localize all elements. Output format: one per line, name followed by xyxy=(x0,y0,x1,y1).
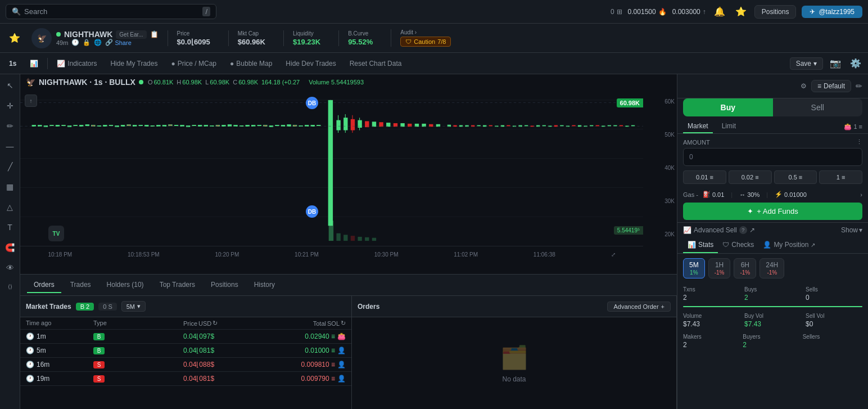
arrow-expand-icon[interactable]: ⟨⟩ xyxy=(6,281,15,292)
sell-tab[interactable]: Sell xyxy=(773,98,863,116)
add-funds-button[interactable]: ✦ + Add Funds xyxy=(683,203,862,220)
adv-sell-info-icon: ↗ xyxy=(749,226,755,234)
info-icon: ? xyxy=(739,226,747,234)
search-box[interactable]: 🔍 Search / xyxy=(6,4,216,19)
market-tab[interactable]: Market xyxy=(683,120,713,133)
show-button[interactable]: Show ▾ xyxy=(841,226,862,234)
share-link[interactable]: 🔗 Share xyxy=(105,39,131,46)
magnet-icon[interactable]: 🧲 xyxy=(3,241,17,254)
y-label-40k: 40K xyxy=(645,165,675,171)
period-1h-button[interactable]: 1H -1% xyxy=(708,258,731,278)
price-mcap-button[interactable]: ● Price / MCap xyxy=(166,58,221,69)
bubble-map-button[interactable]: ● Bubble Map xyxy=(225,58,277,69)
audit-col: Audit › 🛡 Caution 7/8 xyxy=(391,29,460,47)
pencil-icon[interactable]: ✏ xyxy=(4,119,16,133)
reset-chart-button[interactable]: Reset Chart Data xyxy=(345,58,406,69)
svg-rect-95 xyxy=(560,125,563,127)
edit-button[interactable]: ✏ xyxy=(856,82,862,91)
arrow-up-icon: ↑ xyxy=(703,8,706,16)
chart-line-icon: 📈 xyxy=(683,226,691,234)
amount-input[interactable]: 0 xyxy=(683,148,862,166)
period-5m-button[interactable]: 5M 1% xyxy=(683,258,705,278)
cursor-icon[interactable]: ↖ xyxy=(4,79,16,92)
row4-type: S xyxy=(93,375,105,383)
refresh-icon[interactable]: ↻ xyxy=(213,320,218,327)
preset-001[interactable]: 0.01 ≡ xyxy=(683,170,726,184)
chevron-down-icon: ▾ xyxy=(813,60,817,68)
save-label: Save xyxy=(796,60,811,68)
tab-holders[interactable]: Holders (10) xyxy=(100,277,151,293)
limit-tab[interactable]: Limit xyxy=(717,120,740,133)
trend-line-icon[interactable]: ╱ xyxy=(6,160,15,173)
stats-checks-tabs: 📊 Stats 🛡 Checks 👤 My Position ↗ xyxy=(677,237,868,254)
telegram-button[interactable]: ✈ @talzz1995 xyxy=(802,6,862,18)
svg-rect-10 xyxy=(56,125,59,127)
svg-rect-49 xyxy=(287,125,291,127)
settings-button[interactable]: ⚙️ xyxy=(848,56,864,71)
default-button[interactable]: ≡ Default xyxy=(811,80,851,92)
star-button[interactable]: ⭐ xyxy=(733,4,749,19)
text-tool-icon[interactable]: T xyxy=(5,221,15,234)
chart-symbol: 🦅 NIGHTHAWK · 1s · BULLX xyxy=(26,78,143,87)
ohlc-values: O60.81K H60.98K L60.98K C60.98K 164.18 (… xyxy=(148,79,300,86)
buyers-label: Buyers xyxy=(743,334,802,340)
camera-button[interactable]: 📷 xyxy=(828,56,843,71)
candle-type-button[interactable]: 📊 xyxy=(25,58,43,69)
gas-expand-icon[interactable]: › xyxy=(860,191,862,198)
tab-positions[interactable]: Positions xyxy=(204,277,245,293)
advanced-order-button[interactable]: Advanced Order + xyxy=(607,302,671,312)
buyers-stat: Buyers 2 xyxy=(743,334,802,349)
period-selector[interactable]: 5M ▾ xyxy=(121,301,146,312)
tab-top-traders[interactable]: Top Traders xyxy=(153,277,202,293)
db-badge-bottom[interactable]: DB xyxy=(306,205,318,218)
indicators-button[interactable]: 📈 Indicators xyxy=(52,58,101,69)
svg-rect-54 xyxy=(317,125,320,126)
shapes-icon[interactable]: △ xyxy=(4,200,15,214)
preset-05[interactable]: 0.5 ≡ xyxy=(774,170,817,184)
amount-menu-icon[interactable]: ⋮ xyxy=(856,138,862,146)
preset-1[interactable]: 1 ≡ xyxy=(819,170,862,184)
hide-dev-trades-button[interactable]: Hide Dev Trades xyxy=(281,58,340,69)
expand-button[interactable]: ↑ xyxy=(25,95,37,107)
time-label-4: 10:21 PM xyxy=(295,251,319,258)
horizontal-line-icon[interactable]: — xyxy=(4,140,16,153)
copy-icon[interactable]: 📋 xyxy=(150,30,159,38)
tab-orders[interactable]: Orders xyxy=(27,277,61,293)
svg-rect-45 xyxy=(264,125,267,127)
star-token-button[interactable]: ⭐ xyxy=(7,30,22,46)
svg-rect-25 xyxy=(145,125,148,127)
y-label-20k: 20K xyxy=(645,231,675,237)
sol-refresh-icon[interactable]: ↻ xyxy=(341,320,346,327)
preset-002[interactable]: 0.02 ≡ xyxy=(729,170,772,184)
time-1s-button[interactable]: 1s xyxy=(4,58,21,69)
audit-label: Audit › xyxy=(400,29,451,35)
tab-history[interactable]: History xyxy=(247,277,282,293)
bell-button[interactable]: 🔔 xyxy=(712,4,727,19)
buy-tab[interactable]: Buy xyxy=(683,98,773,116)
sell-vol-stat: Sell Vol $0 xyxy=(806,313,862,328)
hide-my-trades-button[interactable]: Hide My Trades xyxy=(106,58,162,69)
audit-score: 7/8 xyxy=(437,38,446,45)
stats-tab[interactable]: 📊 Stats xyxy=(683,237,718,253)
crosshair-icon[interactable]: ✛ xyxy=(4,99,16,113)
save-button[interactable]: Save ▾ xyxy=(790,57,823,70)
db-badge-top[interactable]: DB xyxy=(306,97,318,109)
my-position-tab[interactable]: 👤 My Position ↗ xyxy=(758,237,820,253)
period-6h-button[interactable]: 6H -1% xyxy=(734,258,756,278)
eye-icon[interactable]: 👁 xyxy=(4,261,16,275)
expand-time-icon[interactable]: ⤢ xyxy=(611,251,616,258)
tradingview-badge: TV xyxy=(48,226,64,241)
positions-button[interactable]: Positions xyxy=(754,5,797,19)
volume-value: $7.43 xyxy=(683,320,740,328)
tab-trades[interactable]: Trades xyxy=(64,277,98,293)
no-data-icon: 🗂️ xyxy=(500,344,528,371)
checks-tab[interactable]: 🛡 Checks xyxy=(718,237,758,253)
svg-rect-83 xyxy=(489,125,492,127)
bar-chart-icon[interactable]: ▦ xyxy=(4,180,16,194)
svg-rect-103 xyxy=(608,125,611,127)
period-chevron: ▾ xyxy=(137,303,141,310)
period-24h-button[interactable]: 24H -1% xyxy=(760,258,784,278)
market-trades-header: Market Trades B 2 0 S 5M ▾ xyxy=(20,296,351,317)
volume-label: 5.54419⁵ xyxy=(614,226,643,235)
order-count: 👛 1 ≡ xyxy=(844,120,862,133)
